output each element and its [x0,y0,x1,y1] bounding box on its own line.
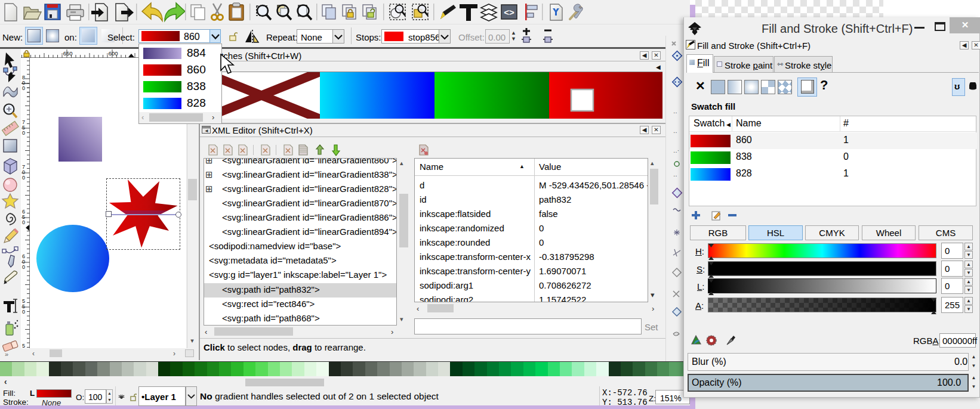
svg-text:‥: ‥ [673,108,677,114]
svg-text:‥·: ‥· [673,147,679,154]
svg-text:<>: <> [504,7,514,17]
svg-text:0: 0 [22,309,25,315]
svg-text:◄: ◄ [204,128,209,134]
svg-text:5: 5 [22,343,25,348]
svg-text:‥: ‥ [673,171,677,178]
svg-text:‥: ‥ [673,128,677,134]
